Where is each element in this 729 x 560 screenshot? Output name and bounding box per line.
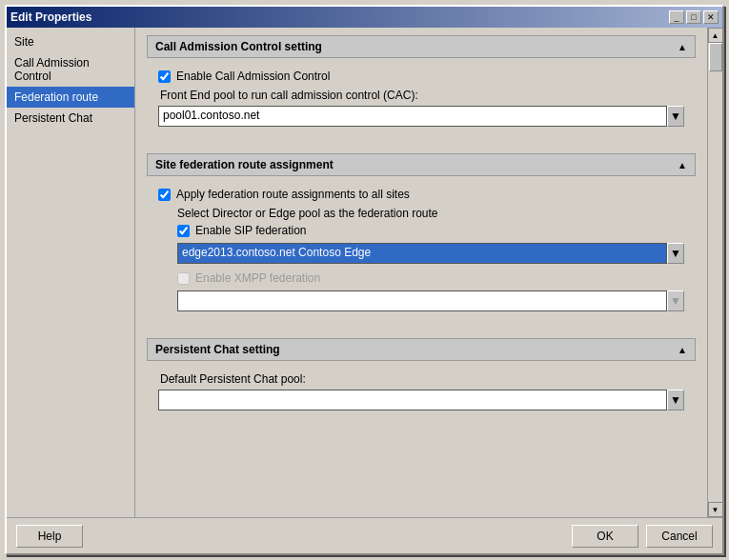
cac-section-body: Enable Call Admission Control Front End … — [147, 66, 696, 146]
persistent-chat-section-body: Default Persistent Chat pool: ▼ — [147, 369, 696, 430]
xmpp-federation-value[interactable] — [177, 290, 667, 311]
ok-button[interactable]: OK — [572, 525, 638, 548]
select-director-label: Select Director or Edge pool as the fede… — [158, 207, 684, 220]
default-pool-wrapper: ▼ — [158, 390, 684, 410]
sip-federation-dropdown-btn[interactable]: ▼ — [667, 243, 684, 264]
content-area: Site Call Admission Control Federation r… — [7, 28, 722, 517]
footer: Help OK Cancel — [7, 517, 722, 553]
xmpp-federation-wrapper: ▼ — [158, 290, 684, 311]
maximize-button[interactable]: □ — [686, 10, 701, 24]
sidebar: Site Call Admission Control Federation r… — [7, 28, 135, 517]
front-end-pool-label: Front End pool to run call admission con… — [158, 89, 684, 102]
title-bar: Edit Properties _ □ ✕ — [7, 7, 722, 28]
sip-federation-wrapper: edge2013.contoso.net Contoso Edge ▼ — [158, 243, 684, 264]
apply-federation-checkbox[interactable] — [158, 189, 171, 201]
front-end-pool-value[interactable]: pool01.contoso.net — [158, 106, 667, 127]
enable-sip-row: Enable SIP federation — [158, 224, 684, 237]
persistent-chat-section: Persistent Chat setting ▲ Default Persis… — [147, 338, 696, 430]
sidebar-item-call-admission-control[interactable]: Call Admission Control — [7, 52, 134, 87]
main-content: Call Admission Control setting ▲ Enable … — [135, 28, 707, 517]
cac-section-title: Call Admission Control setting — [155, 40, 322, 53]
sip-federation-value[interactable]: edge2013.contoso.net Contoso Edge — [177, 243, 667, 264]
cac-section-header[interactable]: Call Admission Control setting ▲ — [147, 35, 696, 58]
main-window: Edit Properties _ □ ✕ Site Call Admissio… — [5, 5, 724, 555]
persistent-chat-section-title: Persistent Chat setting — [155, 343, 280, 356]
apply-federation-row: Apply federation route assignments to al… — [158, 188, 684, 201]
federation-section-body: Apply federation route assignments to al… — [147, 184, 696, 330]
federation-collapse-arrow[interactable]: ▲ — [678, 160, 687, 170]
window-title: Edit Properties — [10, 10, 91, 24]
federation-section-header[interactable]: Site federation route assignment ▲ — [147, 153, 696, 176]
title-bar-buttons: _ □ ✕ — [669, 10, 719, 24]
help-button[interactable]: Help — [16, 525, 83, 548]
close-button[interactable]: ✕ — [703, 10, 719, 24]
scroll-thumb[interactable] — [709, 43, 722, 71]
default-pool-value[interactable] — [158, 390, 667, 410]
enable-cac-checkbox[interactable] — [158, 70, 171, 83]
apply-federation-label: Apply federation route assignments to al… — [176, 188, 410, 201]
scrollbar: ▲ ▼ — [707, 28, 722, 517]
persistent-chat-collapse-arrow[interactable]: ▲ — [678, 345, 687, 355]
persistent-chat-section-header[interactable]: Persistent Chat setting ▲ — [147, 338, 696, 361]
footer-right-buttons: OK Cancel — [572, 525, 713, 548]
default-pool-label: Default Persistent Chat pool: — [158, 372, 684, 386]
sidebar-item-persistent-chat[interactable]: Persistent Chat — [7, 108, 134, 129]
scroll-track[interactable] — [708, 43, 722, 502]
enable-sip-checkbox[interactable] — [177, 225, 190, 237]
cac-section: Call Admission Control setting ▲ Enable … — [147, 35, 696, 146]
front-end-pool-dropdown-btn[interactable]: ▼ — [667, 106, 684, 127]
sidebar-item-federation-route[interactable]: Federation route — [7, 87, 134, 108]
enable-xmpp-row: Enable XMPP federation — [158, 271, 684, 285]
cac-collapse-arrow[interactable]: ▲ — [678, 42, 687, 52]
cancel-button[interactable]: Cancel — [646, 525, 713, 548]
front-end-pool-wrapper: pool01.contoso.net ▼ — [158, 106, 684, 127]
enable-sip-label: Enable SIP federation — [195, 224, 307, 237]
minimize-button[interactable]: _ — [669, 10, 684, 24]
scroll-down-btn[interactable]: ▼ — [708, 502, 723, 517]
enable-xmpp-label: Enable XMPP federation — [195, 271, 320, 285]
scroll-up-btn[interactable]: ▲ — [708, 28, 723, 43]
enable-cac-row: Enable Call Admission Control — [158, 70, 684, 83]
enable-cac-label: Enable Call Admission Control — [176, 70, 330, 83]
default-pool-dropdown-btn[interactable]: ▼ — [667, 390, 684, 410]
federation-section: Site federation route assignment ▲ Apply… — [147, 153, 696, 330]
sidebar-item-site[interactable]: Site — [7, 31, 134, 52]
federation-section-title: Site federation route assignment — [155, 158, 334, 171]
xmpp-federation-dropdown-btn[interactable]: ▼ — [667, 290, 684, 311]
enable-xmpp-checkbox[interactable] — [177, 272, 190, 285]
